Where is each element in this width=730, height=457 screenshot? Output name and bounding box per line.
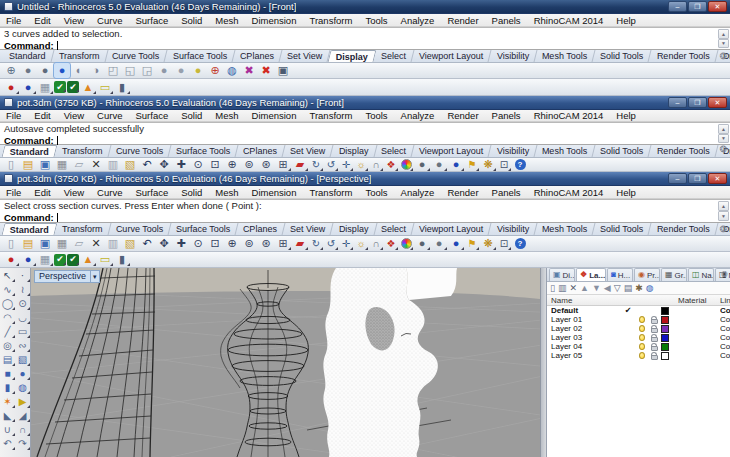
toolbar-tab[interactable]: Mesh Tools [535, 50, 596, 62]
blend-curve-icon[interactable]: ↶ [0, 437, 15, 451]
rhinocam-simulate-icon[interactable]: ● [20, 80, 36, 95]
polyline-icon[interactable]: ╱ [0, 325, 15, 339]
select-pointer-icon[interactable]: ↖ [0, 269, 15, 283]
pan-icon[interactable]: ✥ [156, 157, 172, 172]
menu-item[interactable]: Tools [365, 187, 387, 198]
rhinocam-play-icon[interactable]: ✔ [54, 254, 66, 266]
toolbar-tab[interactable]: Curve Tools [105, 50, 168, 62]
menu-item[interactable]: Analyze [401, 15, 435, 26]
mouse-left-button-icon[interactable]: ◰ [105, 63, 121, 78]
layer-lock-icon[interactable] [651, 355, 658, 360]
delete-icon[interactable]: ✕ [88, 236, 104, 251]
paste-icon[interactable]: ▧ [122, 236, 138, 251]
toolbar-tab[interactable]: Render Tools [649, 50, 718, 62]
menu-item[interactable]: Curve [97, 110, 122, 121]
rhinocam-stock-icon[interactable]: ▦ [37, 80, 53, 95]
pen-display-icon[interactable]: ● [190, 63, 206, 78]
gears-icon[interactable]: ❋ [480, 157, 496, 172]
toolbar-tab[interactable]: Transform [51, 50, 108, 62]
fillet-icon[interactable]: ◣ [0, 409, 15, 423]
scroll-down-icon[interactable]: ▼ [718, 39, 729, 49]
rhinocam-simulate-icon[interactable]: ● [20, 252, 36, 267]
layer-row[interactable]: Layer 01 ✔ Continuous [547, 315, 730, 324]
toolbar-tab[interactable]: Select [374, 223, 415, 235]
rendered-sphere-icon[interactable]: ● [431, 236, 447, 251]
toolbar-tab[interactable]: Mesh Tools [535, 223, 596, 235]
menu-item[interactable]: Help [616, 110, 636, 121]
tab-options-gear-icon[interactable]: ❂ [719, 51, 727, 61]
menu-item[interactable]: Dimension [252, 187, 297, 198]
fullscreen-monitor-icon[interactable]: ▣ [275, 63, 291, 78]
menu-item[interactable]: View [64, 15, 84, 26]
machining-flag-icon[interactable]: ⚑ [465, 236, 479, 251]
layer-visibility-bulb-icon[interactable] [639, 334, 645, 341]
toolbar-tab[interactable]: Curve Tools [108, 145, 171, 157]
menu-item[interactable]: Transform [309, 15, 352, 26]
layer-name[interactable]: Layer 02 [551, 324, 621, 333]
earth-display-icon[interactable]: ◍ [224, 63, 240, 78]
menu-item[interactable]: View [64, 187, 84, 198]
sphere-icon[interactable]: ● [15, 367, 30, 381]
freeform-curve-icon[interactable]: ∾ [15, 339, 30, 353]
layer-name[interactable]: Layer 01 [551, 315, 621, 324]
rotate-view-icon[interactable]: ↻ [309, 236, 323, 251]
save-icon[interactable]: ▣ [37, 236, 53, 251]
current-display-mode-icon[interactable]: ● [54, 63, 70, 78]
shaded-sphere-icon[interactable]: ● [414, 157, 430, 172]
minimize-button[interactable]: – [668, 97, 687, 108]
move-icon[interactable]: ✚ [173, 157, 189, 172]
surface-plane-icon[interactable]: ▤ [0, 353, 15, 367]
lock-icon[interactable]: ∩ [369, 157, 383, 172]
rendered-display-icon[interactable]: ● [37, 63, 53, 78]
raytrace-sphere-icon[interactable]: ● [448, 236, 464, 251]
panel-tab-ground-plane[interactable]: ▦ Gr... [661, 268, 687, 281]
print-icon[interactable]: ▦ [54, 236, 70, 251]
panel-tab-help[interactable]: ◙ H... [607, 268, 633, 281]
menu-item[interactable]: Solid [181, 15, 202, 26]
ghosted-display-icon[interactable]: ◐ [71, 63, 87, 78]
lock-icon[interactable]: ∩ [369, 236, 383, 251]
column-name[interactable]: Name [551, 296, 621, 305]
print-icon[interactable]: ▦ [54, 157, 70, 172]
perspective-viewport[interactable]: Perspective ▾ [31, 268, 540, 457]
menu-item[interactable]: Render [447, 110, 478, 121]
menu-item[interactable]: Mesh [215, 187, 238, 198]
layer-color-swatch[interactable] [661, 307, 669, 315]
menu-item[interactable]: Curve [97, 187, 122, 198]
toolbar-tab[interactable]: Visibility [489, 50, 537, 62]
clipping-plane-icon[interactable]: ⊕ [207, 63, 223, 78]
toolbar-tab[interactable]: CPlanes [236, 223, 286, 235]
rotate-camera-icon[interactable]: ↺ [324, 236, 338, 251]
color-wheel-icon[interactable] [399, 157, 413, 172]
gears-icon[interactable]: ❋ [480, 236, 496, 251]
named-position-icon[interactable]: ⊡ [497, 236, 511, 251]
column-material[interactable]: Material [678, 296, 720, 305]
delete-layer-icon[interactable]: ✕ [569, 284, 577, 293]
web-globe-icon[interactable]: ◍ [646, 284, 654, 293]
menu-item[interactable]: Solid [181, 110, 202, 121]
edit-page-icon[interactable]: ▱ [71, 236, 87, 251]
panel-tab-display[interactable]: ▣ Di... [549, 268, 575, 281]
open-file-icon[interactable]: ▤ [20, 157, 36, 172]
viewport-name[interactable]: Perspective [34, 270, 91, 283]
layer-row[interactable]: Default ✔ Continuous [547, 306, 730, 315]
rhinocam-post-icon[interactable]: ✔ [67, 254, 79, 266]
toolbar-tab[interactable]: Solid Tools [593, 145, 652, 157]
boolean-union-icon[interactable]: ∪ [0, 423, 15, 437]
arc-icon[interactable]: ◠ [0, 311, 15, 325]
rhinocam-tool-icon[interactable]: ▮ [114, 80, 130, 95]
panel-tab-layers[interactable]: ❖ La... [576, 268, 606, 281]
zoom-extents-icon[interactable]: ⊛ [258, 157, 274, 172]
menu-item[interactable]: Surface [135, 15, 168, 26]
surface-corner-icon[interactable]: ▧ [15, 353, 30, 367]
menu-item[interactable]: Help [616, 15, 636, 26]
copy-icon[interactable]: ▥ [105, 236, 121, 251]
toolbar-tab[interactable]: CPlanes [232, 50, 282, 62]
xray-display-icon[interactable]: ◑ [88, 63, 104, 78]
toolbar-tab[interactable]: Select [374, 145, 415, 157]
disable-shading-icon[interactable]: ✖ [241, 63, 257, 78]
set-cplane-icon[interactable]: ✛ [339, 157, 353, 172]
raytrace-sphere-icon[interactable]: ● [448, 157, 464, 172]
close-button[interactable]: ✕ [708, 173, 727, 184]
layer-lock-icon[interactable] [651, 319, 658, 324]
